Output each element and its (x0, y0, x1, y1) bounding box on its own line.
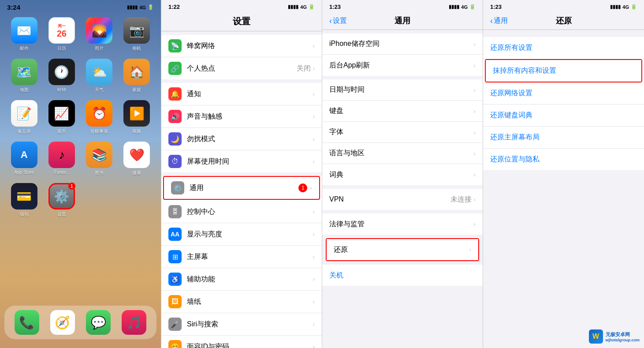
general-badge: 1 (298, 183, 307, 192)
app-clock[interactable]: 🕐 时钟 (46, 59, 77, 93)
settings-row-hotspot[interactable]: 🔗 个人热点 关闭 › (161, 57, 322, 79)
app-appstore[interactable]: A App Store (9, 142, 39, 176)
settings-row-general[interactable]: ⚙️ 通用 1 › (164, 177, 319, 199)
general-row-shutdown[interactable]: 关机 (322, 265, 483, 286)
controlcenter-icon: 🎛 (168, 205, 182, 218)
app-home[interactable]: 🏠 家庭 (122, 59, 152, 93)
app-notes[interactable]: 📝 备忘录 (9, 100, 39, 135)
dock-phone[interactable]: 📞 (15, 310, 39, 335)
settings-nav-header: 设置 (161, 12, 322, 31)
status-bar-settings: 1:22 ▮▮▮▮ 4G 🔋 (161, 0, 322, 12)
display-icon: AA (168, 228, 182, 241)
health-icon: ❤️ (123, 142, 150, 168)
watermark-text-block: 无极安卓网 wjhotelgroup.com (606, 331, 640, 342)
restore-row-erase[interactable]: 抹掉所有内容和设置 (486, 60, 641, 82)
app-videos[interactable]: ▶️ 视频 (122, 100, 152, 135)
keyboard-chevron: › (473, 108, 476, 115)
settings-row-faceid[interactable]: 😊 面容ID与密码 › (161, 336, 322, 348)
restore-row-keyboard[interactable]: 还原键盘词典 (483, 105, 644, 127)
weather-icon: ⛅ (86, 59, 112, 85)
dictionary-chevron: › (473, 171, 476, 178)
dock-messages[interactable]: 💬 (86, 310, 111, 335)
settings-row-homescreen[interactable]: ⊞ 主屏幕 › (161, 246, 322, 268)
cellular-label: 蜂窝网络 (187, 41, 313, 51)
general-chevron: › (310, 184, 312, 191)
restore-group: 还原所有设置 抹掉所有内容和设置 还原网络设置 还原键盘词典 还原主屏幕布局 (483, 37, 644, 170)
screen-general: 1:23 ▮▮▮▮ 4G 🔋 ‹ 设置 通用 iPhone储存空间 › 后台Ap… (322, 0, 483, 348)
status-bar-general: 1:23 ▮▮▮▮ 4G 🔋 (322, 0, 483, 12)
general-row-storage[interactable]: iPhone储存空间 › (322, 34, 483, 55)
general-row-legal[interactable]: 法律与监管 › (322, 213, 483, 235)
mail-icon: ✉️ (11, 17, 37, 44)
screen-home: 3:24 ▮▮▮▮ 4G 🔋 ✉️ 邮件 周一 26 日历 🌄 照片 📷 相机 (0, 0, 161, 348)
back-to-general[interactable]: ‹ 通用 (490, 16, 525, 26)
accessibility-label: 辅助功能 (187, 275, 313, 284)
sounds-chevron: › (313, 113, 315, 120)
keyboard-label: 键盘 (329, 106, 473, 116)
settings-group-network: 📡 蜂窝网络 › 🔗 个人热点 关闭 › (161, 35, 322, 79)
back-to-settings[interactable]: ‹ 设置 (329, 16, 365, 26)
settings-row-siri[interactable]: 🎤 Siri与搜索 › (161, 313, 322, 336)
settings-row-display[interactable]: AA 显示与亮度 › (161, 223, 322, 246)
watermark-name: 无极安卓网 (606, 331, 640, 338)
dock-safari[interactable]: 🧭 (50, 310, 75, 335)
app-itunes[interactable]: ♪ iTunes... (46, 142, 77, 176)
settings-row-wallpaper[interactable]: 🖼 墙纸 › (161, 291, 322, 313)
app-weather[interactable]: ⛅ 天气 (84, 59, 115, 93)
settings-row-accessibility[interactable]: ♿ 辅助功能 › (161, 268, 322, 291)
app-stocks[interactable]: 📈 股市 (46, 100, 77, 135)
general-row-keyboard[interactable]: 键盘 › (322, 101, 483, 122)
app-mail[interactable]: ✉️ 邮件 (9, 17, 39, 52)
notifications-icon: 🔔 (168, 87, 182, 101)
settings-row-controlcenter[interactable]: 🎛 控制中心 › (161, 201, 322, 223)
display-chevron: › (313, 231, 315, 238)
books-icon: 📚 (86, 142, 112, 168)
settings-group-general: ⚙️ 通用 1 › 🎛 控制中心 › AA 显示与亮度 › ⊞ 主屏幕 › ♿ … (161, 176, 322, 348)
general-row-apprefresh[interactable]: 后台App刷新 › (322, 55, 483, 76)
general-row-reset[interactable]: 还原 › (327, 239, 478, 260)
general-row-datetime[interactable]: 日期与时间 › (322, 79, 483, 101)
settings-row-sounds[interactable]: 🔊 声音与触感 › (161, 105, 322, 128)
restore-row-homescreen[interactable]: 还原主屏幕布局 (483, 127, 644, 149)
app-settings[interactable]: ⚙️ 1 设置 (46, 183, 77, 217)
vpn-label: VPN (329, 195, 450, 203)
network-settings: 4G (300, 4, 307, 10)
dock: 📞 🧭 💬 🎵 (4, 306, 156, 339)
general-row-language[interactable]: 语言与地区 › (322, 143, 483, 164)
settings-row-screentime[interactable]: ⏱ 屏幕使用时间 › (161, 150, 322, 172)
app-books[interactable]: 📚 图书 (84, 142, 115, 176)
app-camera[interactable]: 📷 相机 (122, 17, 152, 52)
general-row-fonts[interactable]: 字体 › (322, 122, 483, 143)
notifications-label: 通知 (187, 90, 313, 99)
stocks-label: 股市 (57, 128, 66, 135)
faceid-chevron: › (313, 343, 315, 348)
reset-label: 还原 (334, 245, 469, 254)
app-calendar[interactable]: 周一 26 日历 (46, 17, 77, 52)
settings-row-dnd[interactable]: 🌙 勿扰模式 › (161, 128, 322, 150)
safari-icon: 🧭 (50, 310, 75, 335)
status-icons-home: ▮▮▮▮ 4G 🔋 (127, 4, 154, 10)
itunes-icon: ♪ (48, 142, 75, 168)
vpn-chevron: › (473, 196, 476, 203)
screentime-icon: ⏱ (168, 155, 182, 168)
screentime-label: 屏幕使用时间 (187, 157, 313, 166)
datetime-chevron: › (473, 86, 476, 94)
general-row-vpn[interactable]: VPN 未连接 › (322, 189, 483, 210)
general-icon: ⚙️ (171, 181, 184, 195)
settings-row-notifications[interactable]: 🔔 通知 › (161, 83, 322, 105)
hotspot-value: 关闭 (297, 64, 311, 73)
app-wallet[interactable]: 💳 钱包 (9, 183, 39, 217)
restore-row-network[interactable]: 还原网络设置 (483, 82, 644, 105)
dock-music[interactable]: 🎵 (122, 310, 146, 335)
app-reminders[interactable]: ⏰ 提醒事项 (84, 100, 115, 135)
apprefresh-label: 后台App刷新 (329, 61, 473, 70)
app-photos[interactable]: 🌄 照片 (84, 17, 115, 52)
general-row-dictionary[interactable]: 词典 › (322, 164, 483, 185)
settings-row-cellular[interactable]: 📡 蜂窝网络 › (161, 35, 322, 57)
restore-row-location[interactable]: 还原位置与隐私 (483, 149, 644, 170)
network-restore: 4G (622, 4, 629, 10)
app-health[interactable]: ❤️ 健康 (122, 142, 152, 176)
app-maps[interactable]: 🗺️ 地图 (9, 59, 39, 93)
hotspot-icon: 🔗 (168, 62, 182, 75)
restore-row-all-settings[interactable]: 还原所有设置 (483, 37, 644, 59)
